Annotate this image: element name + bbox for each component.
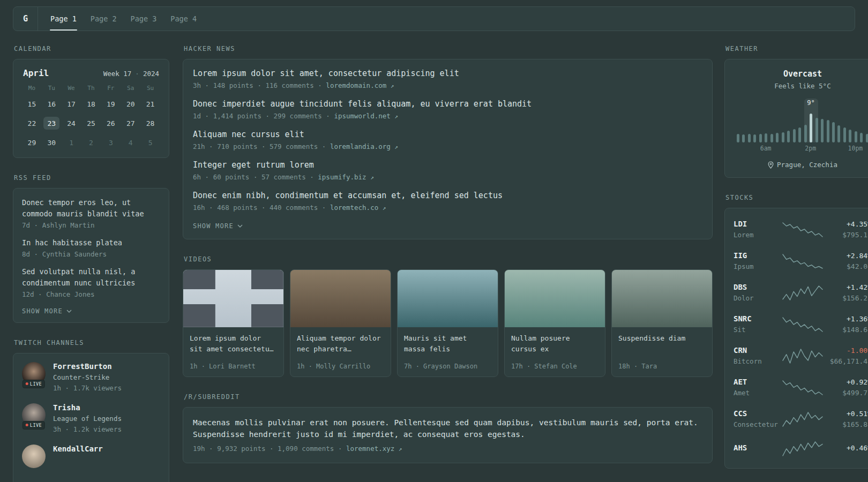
right-column: WEATHER Overcast Feels like 5°C 9° 6am2p… [724,45,868,482]
rss-item-title[interactable]: Sed volutpat nulla nisl, a condimentum n… [22,266,160,289]
twitch-channel[interactable]: LIVE ForrestBurton Counter-Strike 1h · 1… [22,362,160,393]
video-title[interactable]: Mauris sit amet massa felis [404,333,491,355]
stock-values: +0.51% $165.84 [824,409,868,429]
post-title[interactable]: Maecenas mollis pulvinar erat non posuer… [193,417,702,441]
calendar-day[interactable]: 2 [83,136,99,149]
video-thumbnail[interactable] [612,270,712,327]
story-item[interactable]: Integer eget rutrum lorem 6h · 60 points… [193,160,702,182]
video-thumbnail[interactable] [398,270,498,327]
story-title[interactable]: Donec enim nibh, condimentum et accumsan… [193,191,702,201]
story-title[interactable]: Integer eget rutrum lorem [193,160,702,170]
stocks-card: LDI Lorem +4.35% $795.18 IIG Ipsum [724,208,868,469]
stock-identity: AHS [734,443,782,455]
calendar-day[interactable]: 22 [24,117,40,130]
story-title[interactable]: Lorem ipsum dolor sit amet, consectetur … [193,69,702,79]
calendar-day[interactable]: 29 [24,136,40,149]
stock-name: Sit [734,326,782,334]
calendar-card: April Week 17 · 2024 Mo Tu We Th [13,59,169,158]
video-thumbnail[interactable] [505,270,605,327]
nav-tab[interactable]: Page 3 [124,7,164,31]
video-title[interactable]: Lorem ipsum dolor sit amet consectetu… [190,333,277,355]
stock-row[interactable]: IIG Ipsum +2.84% $42.04 [734,245,868,277]
post-item[interactable]: Maecenas mollis pulvinar erat non posuer… [193,417,702,454]
stock-row[interactable]: AET Amet +0.92% $499.72 [734,372,868,403]
story-domain-link[interactable]: ipsumworld.net ↗ [334,112,398,120]
left-column: CALENDAR April Week 17 · 2024 Mo Tu [13,45,169,482]
live-badge-label: LIVE [30,381,42,387]
calendar-day[interactable]: 25 [83,117,99,130]
calendar-day[interactable]: 20 [123,97,139,110]
story-domain-link[interactable]: loremlandia.org ↗ [330,142,398,150]
stock-name: Amet [734,389,782,397]
stock-row[interactable]: CRN Bitcorn -1.00% $66,171.48 [734,340,868,372]
calendar-day[interactable]: 26 [103,117,119,130]
calendar-day[interactable]: 30 [43,136,59,149]
video-title[interactable]: Suspendisse diam [618,333,706,344]
rss-item[interactable]: Donec tempor eros leo, ut commodo mauris… [22,197,160,229]
app-logo[interactable]: G [13,7,38,31]
twitch-channel[interactable]: LIVE Trisha League of Legends 3h · 1.2k … [22,403,160,434]
calendar-day[interactable]: 4 [123,136,139,149]
stock-sparkline [782,348,824,364]
video-card[interactable]: Suspendisse diam 18h · Tara [611,269,713,377]
nav-tab[interactable]: Page 2 [84,7,124,31]
post-domain-link[interactable]: loremnet.xyz ↗ [346,445,402,453]
show-more-button[interactable]: SHOW MORE [193,221,243,231]
stock-values: +1.42% $156.28 [824,283,868,303]
story-item[interactable]: Lorem ipsum dolor sit amet, consectetur … [193,69,702,91]
calendar-day[interactable]: 5 [143,136,159,149]
channel-name[interactable]: Trisha [53,403,122,412]
video-card[interactable]: Mauris sit amet massa felis 7h · Grayson… [397,269,498,377]
calendar-day[interactable]: 1 [63,136,79,149]
rss-item[interactable]: In hac habitasse platea 8d · Cynthia Sau… [22,237,160,258]
channel-name[interactable]: ForrestBurton [53,362,122,371]
story-domain-link[interactable]: loremtech.co ↗ [330,204,386,212]
calendar-day[interactable]: 15 [24,97,40,110]
channel-name[interactable]: KendallCarr [53,445,103,454]
rss-item-title[interactable]: Donec tempor eros leo, ut commodo mauris… [22,197,160,220]
video-title[interactable]: Aliquam tempor dolor nec pharetra… [297,333,384,355]
calendar-day[interactable]: 27 [123,117,139,130]
nav-tab[interactable]: Page 1 [43,7,84,31]
chevron-down-icon [237,224,243,228]
stock-row[interactable]: CCS Consectetur +0.51% $165.84 [734,403,868,435]
story-title[interactable]: Donec imperdiet augue tincidunt felis al… [193,99,702,109]
weather-location[interactable]: Prague, Czechia [736,161,868,169]
nav-tab-label: Page 4 [170,14,197,23]
calendar-day[interactable]: 17 [63,97,79,110]
stock-row[interactable]: AHS +0.46% [734,435,868,463]
stock-sparkline [782,253,824,269]
stock-row[interactable]: DBS Dolor +1.42% $156.28 [734,277,868,308]
rss-item-title[interactable]: In hac habitasse platea [22,237,160,248]
show-more-button[interactable]: SHOW MORE [22,306,72,316]
nav-tab[interactable]: Page 4 [163,7,204,31]
calendar-day[interactable]: 23 [43,117,59,130]
story-item[interactable]: Aliquam nec cursus elit 21h · 710 points… [193,130,702,152]
video-card[interactable]: Nullam posuere cursus ex 17h · Stefan Co… [504,269,605,377]
story-item[interactable]: Donec enim nibh, condimentum et accumsan… [193,191,702,213]
calendar-day[interactable]: 21 [143,97,159,110]
stock-row[interactable]: SNRC Sit +1.36% $148.64 [734,308,868,340]
video-thumbnail[interactable] [290,270,391,327]
stock-row[interactable]: LDI Lorem +4.35% $795.18 [734,214,868,245]
calendar-day[interactable]: 18 [83,97,99,110]
story-title[interactable]: Aliquam nec cursus elit [193,130,702,140]
nav-tab-label: Page 2 [91,14,117,23]
weather-time-label: 2pm [805,145,816,152]
calendar-day[interactable]: 19 [103,97,119,110]
video-card[interactable]: Lorem ipsum dolor sit amet consectetu… 1… [183,269,284,377]
avatar: LIVE [22,403,46,427]
stock-identity: DBS Dolor [734,283,782,303]
video-thumbnail[interactable] [183,270,283,327]
rss-item[interactable]: Sed volutpat nulla nisl, a condimentum n… [22,266,160,298]
calendar-day[interactable]: 28 [143,117,159,130]
twitch-channel[interactable]: LIVE KendallCarr [22,445,160,468]
story-item[interactable]: Donec imperdiet augue tincidunt felis al… [193,99,702,121]
story-domain-link[interactable]: ipsumify.biz ↗ [318,173,373,181]
calendar-day[interactable]: 16 [43,97,59,110]
video-card[interactable]: Aliquam tempor dolor nec pharetra… 1h · … [290,269,391,377]
calendar-day[interactable]: 24 [63,117,79,130]
story-domain-link[interactable]: loremdomain.com ↗ [326,81,394,89]
calendar-day[interactable]: 3 [103,136,119,149]
video-title[interactable]: Nullam posuere cursus ex [511,333,598,355]
